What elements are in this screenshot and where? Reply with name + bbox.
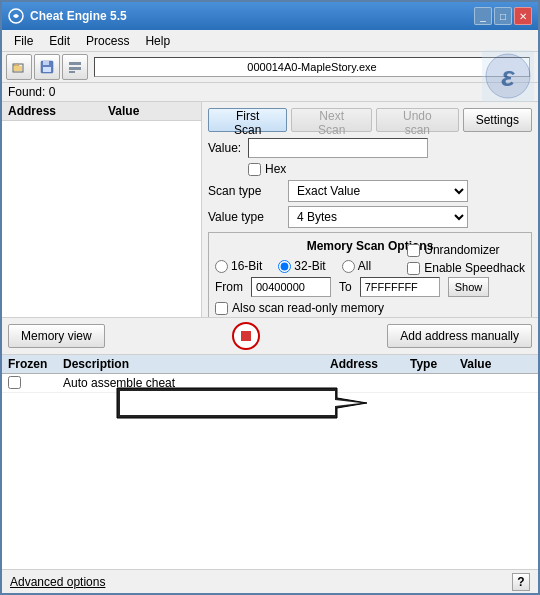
value-row: Value: [208,138,532,158]
menu-process[interactable]: Process [78,32,137,50]
svg-rect-4 [43,61,49,65]
speedhack-checkbox[interactable] [407,262,420,275]
advanced-options-link[interactable]: Advanced options [10,575,105,589]
menu-file[interactable]: File [6,32,41,50]
to-input[interactable] [360,277,440,297]
ce-logo: ε [482,50,534,102]
bottom-toolbar: Memory view Add address manually [2,317,538,355]
address-list-section: Frozen Description Address Type Value Au… [2,355,538,570]
address-col-header: Address [330,357,410,371]
first-scan-button[interactable]: First Scan [208,108,287,132]
hex-row: Hex [208,162,532,176]
all-radio[interactable] [342,260,355,273]
address-list-header: Frozen Description Address Type Value [2,355,538,374]
scan-type-dropdown[interactable]: Exact Value Bigger than... Smaller than.… [288,180,468,202]
memory-scan-group: Memory Scan Options 16-Bit 32-Bit All [208,232,532,317]
frozen-checkbox[interactable] [8,376,21,389]
svg-rect-7 [69,67,81,70]
scan-results-list[interactable] [2,121,201,317]
value-type-dropdown[interactable]: Byte 2 Bytes 4 Bytes 8 Bytes Float Doubl… [288,206,468,228]
also-scan-checkbox[interactable] [215,302,228,315]
window-controls: _ □ ✕ [474,7,532,25]
hex-checkbox[interactable] [248,163,261,176]
main-window: Cheat Engine 5.5 _ □ ✕ File Edit Process… [0,0,540,595]
address-list-body[interactable]: Auto assemble cheat [2,374,538,570]
help-button[interactable]: ? [512,573,530,591]
title-bar: Cheat Engine 5.5 _ □ ✕ [2,2,538,30]
maximize-button[interactable]: □ [494,7,512,25]
settings-button[interactable] [62,54,88,80]
right-options: Unrandomizer Enable Speedhack [407,243,525,275]
value-column-header: Value [108,104,195,118]
value-type-label: Value type [208,210,288,224]
stop-button[interactable] [232,322,260,350]
svg-rect-2 [14,66,22,71]
scan-type-row: Scan type Exact Value Bigger than... Sma… [208,180,532,202]
value-type-row: Value type Byte 2 Bytes 4 Bytes 8 Bytes … [208,206,532,228]
from-input[interactable] [251,277,331,297]
undo-scan-button[interactable]: Undo scan [376,108,459,132]
svg-rect-8 [69,71,75,73]
all-option: All [342,259,371,273]
svg-rect-5 [43,67,51,72]
hex-label: Hex [265,162,286,176]
menu-help[interactable]: Help [137,32,178,50]
window-title: Cheat Engine 5.5 [30,9,474,23]
value-col-header: Value [460,357,520,371]
unrandomizer-option: Unrandomizer [407,243,525,257]
app-icon [8,8,24,24]
svg-rect-14 [241,331,251,341]
speedhack-option: Enable Speedhack [407,261,525,275]
bit16-option: 16-Bit [215,259,262,273]
unrandomizer-checkbox[interactable] [407,244,420,257]
bit16-radio[interactable] [215,260,228,273]
minimize-button[interactable]: _ [474,7,492,25]
bit32-radio[interactable] [278,260,291,273]
process-input[interactable] [94,57,530,77]
scan-buttons-row: First Scan Next Scan Undo scan Settings [208,108,532,132]
status-bar: Advanced options ? [2,569,538,593]
from-to-row: From To Show [215,277,525,297]
scrollbar-spacer [520,357,532,371]
next-scan-button[interactable]: Next Scan [291,108,372,132]
menu-bar: File Edit Process Help [2,30,538,52]
bit32-option: 32-Bit [278,259,325,273]
svg-rect-6 [69,62,81,65]
value-input[interactable] [248,138,428,158]
description-col-header: Description [63,357,330,371]
memory-view-button[interactable]: Memory view [8,324,105,348]
also-scan-row: Also scan read-only memory [215,301,525,315]
add-address-button[interactable]: Add address manually [387,324,532,348]
show-button[interactable]: Show [448,277,490,297]
settings-scan-button[interactable]: Settings [463,108,532,132]
found-label: Found: 0 [2,83,538,102]
close-button[interactable]: ✕ [514,7,532,25]
frozen-col-header: Frozen [8,357,63,371]
scan-type-label: Scan type [208,184,288,198]
open-button[interactable] [6,54,32,80]
menu-edit[interactable]: Edit [41,32,78,50]
arrow-indicator [57,376,367,430]
list-header: Address Value [2,102,201,121]
save-button[interactable] [34,54,60,80]
address-column-header: Address [8,104,108,118]
svg-text:ε: ε [501,61,515,92]
frozen-cell [8,376,63,389]
type-col-header: Type [410,357,460,371]
value-label: Value: [208,141,248,155]
svg-marker-16 [120,391,361,415]
